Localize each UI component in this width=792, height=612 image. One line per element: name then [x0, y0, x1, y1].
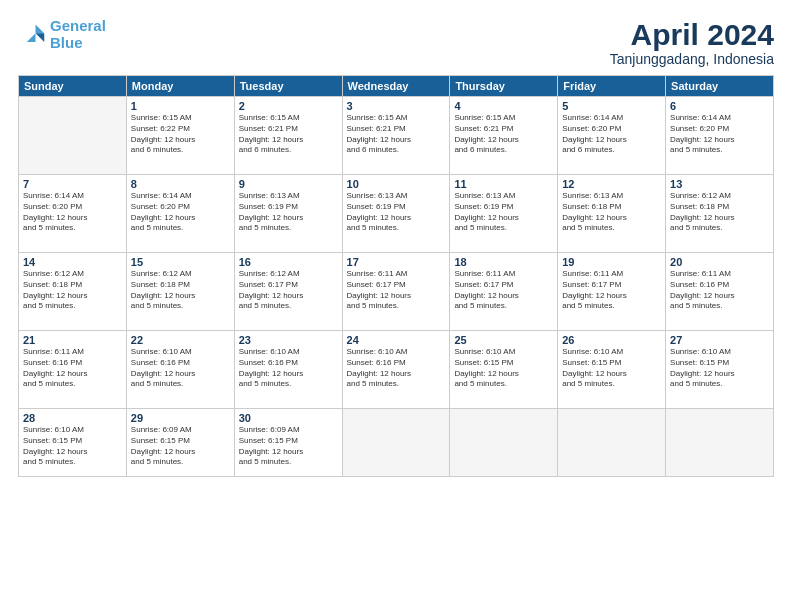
day-info: Sunrise: 6:14 AM Sunset: 6:20 PM Dayligh… — [562, 113, 661, 156]
day-number: 3 — [347, 100, 446, 112]
calendar-cell: 30Sunrise: 6:09 AM Sunset: 6:15 PM Dayli… — [234, 409, 342, 477]
day-number: 14 — [23, 256, 122, 268]
col-saturday: Saturday — [666, 76, 774, 97]
day-info: Sunrise: 6:11 AM Sunset: 6:17 PM Dayligh… — [454, 269, 553, 312]
svg-marker-0 — [36, 24, 45, 33]
col-monday: Monday — [126, 76, 234, 97]
calendar-cell — [666, 409, 774, 477]
day-number: 6 — [670, 100, 769, 112]
calendar-cell: 13Sunrise: 6:12 AM Sunset: 6:18 PM Dayli… — [666, 175, 774, 253]
logo: General Blue — [18, 18, 106, 51]
day-number: 2 — [239, 100, 338, 112]
day-number: 7 — [23, 178, 122, 190]
day-info: Sunrise: 6:14 AM Sunset: 6:20 PM Dayligh… — [23, 191, 122, 234]
day-info: Sunrise: 6:10 AM Sunset: 6:16 PM Dayligh… — [239, 347, 338, 390]
calendar-week-4: 28Sunrise: 6:10 AM Sunset: 6:15 PM Dayli… — [19, 409, 774, 477]
day-number: 13 — [670, 178, 769, 190]
day-info: Sunrise: 6:11 AM Sunset: 6:17 PM Dayligh… — [562, 269, 661, 312]
day-info: Sunrise: 6:11 AM Sunset: 6:17 PM Dayligh… — [347, 269, 446, 312]
day-info: Sunrise: 6:15 AM Sunset: 6:21 PM Dayligh… — [454, 113, 553, 156]
day-info: Sunrise: 6:14 AM Sunset: 6:20 PM Dayligh… — [670, 113, 769, 156]
calendar-cell: 2Sunrise: 6:15 AM Sunset: 6:21 PM Daylig… — [234, 97, 342, 175]
day-info: Sunrise: 6:10 AM Sunset: 6:16 PM Dayligh… — [131, 347, 230, 390]
header: General Blue April 2024 Tanjunggadang, I… — [18, 18, 774, 67]
day-number: 27 — [670, 334, 769, 346]
day-info: Sunrise: 6:13 AM Sunset: 6:19 PM Dayligh… — [454, 191, 553, 234]
day-number: 10 — [347, 178, 446, 190]
calendar-cell: 23Sunrise: 6:10 AM Sunset: 6:16 PM Dayli… — [234, 331, 342, 409]
day-info: Sunrise: 6:10 AM Sunset: 6:15 PM Dayligh… — [23, 425, 122, 468]
calendar-cell: 3Sunrise: 6:15 AM Sunset: 6:21 PM Daylig… — [342, 97, 450, 175]
day-info: Sunrise: 6:09 AM Sunset: 6:15 PM Dayligh… — [131, 425, 230, 468]
day-number: 9 — [239, 178, 338, 190]
calendar-cell: 16Sunrise: 6:12 AM Sunset: 6:17 PM Dayli… — [234, 253, 342, 331]
calendar-cell: 11Sunrise: 6:13 AM Sunset: 6:19 PM Dayli… — [450, 175, 558, 253]
col-thursday: Thursday — [450, 76, 558, 97]
day-number: 4 — [454, 100, 553, 112]
calendar-cell — [342, 409, 450, 477]
calendar-cell: 15Sunrise: 6:12 AM Sunset: 6:18 PM Dayli… — [126, 253, 234, 331]
page: General Blue April 2024 Tanjunggadang, I… — [0, 0, 792, 612]
calendar-cell: 5Sunrise: 6:14 AM Sunset: 6:20 PM Daylig… — [558, 97, 666, 175]
calendar-cell: 27Sunrise: 6:10 AM Sunset: 6:15 PM Dayli… — [666, 331, 774, 409]
col-wednesday: Wednesday — [342, 76, 450, 97]
calendar-cell: 10Sunrise: 6:13 AM Sunset: 6:19 PM Dayli… — [342, 175, 450, 253]
calendar-week-0: 1Sunrise: 6:15 AM Sunset: 6:22 PM Daylig… — [19, 97, 774, 175]
calendar-cell: 21Sunrise: 6:11 AM Sunset: 6:16 PM Dayli… — [19, 331, 127, 409]
day-info: Sunrise: 6:10 AM Sunset: 6:15 PM Dayligh… — [454, 347, 553, 390]
day-info: Sunrise: 6:10 AM Sunset: 6:15 PM Dayligh… — [562, 347, 661, 390]
calendar-table: Sunday Monday Tuesday Wednesday Thursday… — [18, 75, 774, 477]
day-info: Sunrise: 6:12 AM Sunset: 6:18 PM Dayligh… — [23, 269, 122, 312]
day-number: 8 — [131, 178, 230, 190]
day-info: Sunrise: 6:13 AM Sunset: 6:19 PM Dayligh… — [347, 191, 446, 234]
day-number: 11 — [454, 178, 553, 190]
calendar-week-1: 7Sunrise: 6:14 AM Sunset: 6:20 PM Daylig… — [19, 175, 774, 253]
logo-icon — [18, 21, 46, 49]
day-number: 15 — [131, 256, 230, 268]
calendar-cell: 18Sunrise: 6:11 AM Sunset: 6:17 PM Dayli… — [450, 253, 558, 331]
calendar-cell: 7Sunrise: 6:14 AM Sunset: 6:20 PM Daylig… — [19, 175, 127, 253]
calendar-cell: 25Sunrise: 6:10 AM Sunset: 6:15 PM Dayli… — [450, 331, 558, 409]
calendar-cell: 28Sunrise: 6:10 AM Sunset: 6:15 PM Dayli… — [19, 409, 127, 477]
calendar-cell: 1Sunrise: 6:15 AM Sunset: 6:22 PM Daylig… — [126, 97, 234, 175]
col-friday: Friday — [558, 76, 666, 97]
logo-text: General Blue — [50, 18, 106, 51]
calendar-cell: 6Sunrise: 6:14 AM Sunset: 6:20 PM Daylig… — [666, 97, 774, 175]
calendar-cell: 29Sunrise: 6:09 AM Sunset: 6:15 PM Dayli… — [126, 409, 234, 477]
calendar-week-2: 14Sunrise: 6:12 AM Sunset: 6:18 PM Dayli… — [19, 253, 774, 331]
location: Tanjunggadang, Indonesia — [610, 51, 774, 67]
day-info: Sunrise: 6:15 AM Sunset: 6:22 PM Dayligh… — [131, 113, 230, 156]
calendar-cell: 4Sunrise: 6:15 AM Sunset: 6:21 PM Daylig… — [450, 97, 558, 175]
day-info: Sunrise: 6:13 AM Sunset: 6:19 PM Dayligh… — [239, 191, 338, 234]
calendar-cell — [558, 409, 666, 477]
day-number: 19 — [562, 256, 661, 268]
month-year: April 2024 — [610, 18, 774, 51]
day-number: 17 — [347, 256, 446, 268]
day-info: Sunrise: 6:12 AM Sunset: 6:18 PM Dayligh… — [670, 191, 769, 234]
day-info: Sunrise: 6:11 AM Sunset: 6:16 PM Dayligh… — [23, 347, 122, 390]
day-number: 12 — [562, 178, 661, 190]
col-sunday: Sunday — [19, 76, 127, 97]
day-number: 16 — [239, 256, 338, 268]
calendar-cell: 26Sunrise: 6:10 AM Sunset: 6:15 PM Dayli… — [558, 331, 666, 409]
calendar-week-3: 21Sunrise: 6:11 AM Sunset: 6:16 PM Dayli… — [19, 331, 774, 409]
day-info: Sunrise: 6:13 AM Sunset: 6:18 PM Dayligh… — [562, 191, 661, 234]
calendar-cell: 9Sunrise: 6:13 AM Sunset: 6:19 PM Daylig… — [234, 175, 342, 253]
day-number: 25 — [454, 334, 553, 346]
day-info: Sunrise: 6:11 AM Sunset: 6:16 PM Dayligh… — [670, 269, 769, 312]
calendar-cell: 22Sunrise: 6:10 AM Sunset: 6:16 PM Dayli… — [126, 331, 234, 409]
day-number: 26 — [562, 334, 661, 346]
day-number: 20 — [670, 256, 769, 268]
day-number: 18 — [454, 256, 553, 268]
day-number: 29 — [131, 412, 230, 424]
day-info: Sunrise: 6:15 AM Sunset: 6:21 PM Dayligh… — [347, 113, 446, 156]
day-info: Sunrise: 6:09 AM Sunset: 6:15 PM Dayligh… — [239, 425, 338, 468]
day-number: 28 — [23, 412, 122, 424]
day-info: Sunrise: 6:12 AM Sunset: 6:18 PM Dayligh… — [131, 269, 230, 312]
calendar-cell: 12Sunrise: 6:13 AM Sunset: 6:18 PM Dayli… — [558, 175, 666, 253]
day-info: Sunrise: 6:10 AM Sunset: 6:16 PM Dayligh… — [347, 347, 446, 390]
day-number: 23 — [239, 334, 338, 346]
day-info: Sunrise: 6:14 AM Sunset: 6:20 PM Dayligh… — [131, 191, 230, 234]
logo-line2: Blue — [50, 34, 83, 51]
day-info: Sunrise: 6:12 AM Sunset: 6:17 PM Dayligh… — [239, 269, 338, 312]
